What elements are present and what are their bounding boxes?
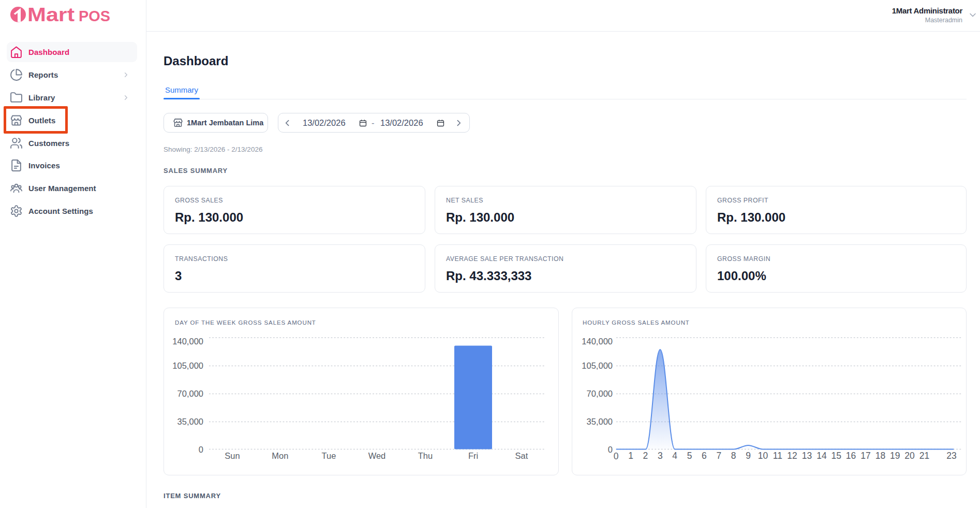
svg-text:12: 12: [787, 451, 797, 461]
svg-text:0: 0: [608, 445, 613, 454]
svg-text:15: 15: [831, 451, 841, 461]
svg-text:105,000: 105,000: [582, 361, 613, 370]
svg-text:11: 11: [773, 451, 782, 461]
svg-text:Mon: Mon: [272, 451, 288, 460]
svg-text:140,000: 140,000: [582, 337, 613, 346]
svg-text:HOURLY GROSS SALES AMOUNT: HOURLY GROSS SALES AMOUNT: [583, 320, 690, 326]
svg-text:4: 4: [672, 451, 677, 461]
svg-text:Mart: Mart: [27, 4, 75, 25]
svg-text:Sun: Sun: [225, 451, 240, 460]
svg-text:Wed: Wed: [368, 451, 386, 460]
svg-text:21: 21: [919, 451, 929, 461]
svg-text:Thu: Thu: [418, 451, 433, 460]
svg-text:2: 2: [643, 451, 648, 461]
svg-text:23: 23: [946, 451, 956, 461]
svg-text:9: 9: [746, 451, 751, 461]
svg-text:POS: POS: [79, 8, 110, 24]
svg-text:70,000: 70,000: [177, 389, 203, 398]
svg-text:18: 18: [875, 451, 885, 461]
svg-text:8: 8: [731, 451, 736, 461]
svg-text:35,000: 35,000: [177, 417, 203, 426]
svg-text:13: 13: [802, 451, 812, 461]
svg-text:DAY OF THE WEEK GROSS SALES AM: DAY OF THE WEEK GROSS SALES AMOUNT: [175, 320, 316, 326]
svg-text:Fri: Fri: [468, 451, 478, 460]
svg-text:70,000: 70,000: [587, 389, 613, 398]
svg-text:17: 17: [860, 451, 870, 461]
svg-text:5: 5: [687, 451, 692, 461]
svg-text:20: 20: [904, 451, 915, 461]
svg-text:16: 16: [846, 451, 856, 461]
svg-text:1: 1: [628, 451, 633, 461]
svg-text:105,000: 105,000: [172, 361, 203, 370]
svg-text:19: 19: [890, 451, 900, 461]
svg-text:6: 6: [702, 451, 707, 461]
svg-text:10: 10: [758, 451, 768, 461]
svg-text:35,000: 35,000: [587, 417, 613, 426]
svg-text:Sat: Sat: [515, 451, 528, 460]
svg-text:0: 0: [199, 445, 203, 454]
svg-text:7: 7: [716, 451, 721, 461]
svg-text:0: 0: [614, 451, 619, 461]
svg-text:3: 3: [658, 451, 663, 461]
svg-text:14: 14: [816, 451, 827, 461]
svg-text:140,000: 140,000: [172, 337, 203, 346]
svg-text:Tue: Tue: [322, 451, 336, 460]
